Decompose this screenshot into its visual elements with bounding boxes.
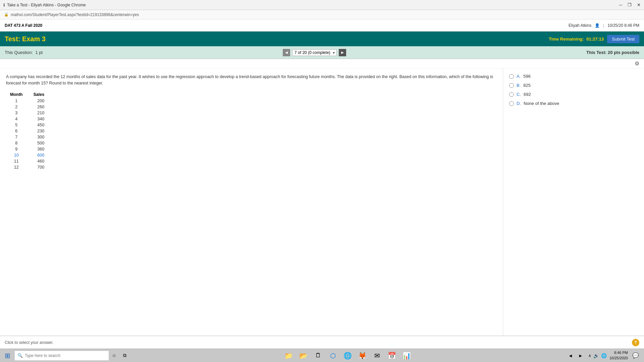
time-remaining-label: Time Remaining: 01:27:13 [549,37,604,42]
ssl-lock-icon: 🔒 [4,12,9,17]
settings-gear-icon[interactable]: ⚙ [635,60,639,67]
test-title-bar: Test: Exam 3 Time Remaining: 01:27:13 Su… [0,32,644,46]
table-row: 3210 [10,110,54,116]
settings-bar: ⚙ [0,59,644,68]
header-separator: | [603,23,604,28]
table-row: 9360 [10,146,54,152]
answer-radio-a[interactable] [509,74,514,79]
header-datetime: 10/25/20 8:46 PM [607,23,639,28]
browser-title-bar: ℹ Take a Test - Eliyah Atkins - Google C… [0,0,644,10]
this-test-label: This Test: 20 pts possible [586,50,639,55]
help-button[interactable]: ? [632,339,639,346]
answer-choice-b[interactable]: B.825 [509,83,638,88]
this-question-value: 1 pt [35,50,43,55]
this-question-label: This Question: [5,50,33,55]
table-row: 6230 [10,128,54,134]
table-header-month: Month [10,92,33,98]
answer-radio-d[interactable] [509,101,514,106]
answer-choice-a[interactable]: A.596 [509,74,638,79]
table-row: 4340 [10,116,54,122]
table-row: 12700 [10,165,54,170]
bottom-bar: Click to select your answer. ? [0,336,644,349]
answer-choice-d[interactable]: D.None of the above [509,101,638,106]
question-panel: A company has recorded the 12 months of … [0,68,503,336]
answers-panel: A.596B.825C.692D.None of the above [503,68,644,336]
user-name: Eliyah Atkins [569,23,591,28]
submit-test-button[interactable]: Submit Test [607,35,639,43]
data-table: Month Sales 1200226032104340545062307300… [9,91,55,171]
browser-title: Take a Test - Eliyah Atkins - Google Chr… [7,3,86,7]
table-row: 5450 [10,122,54,128]
main-content: A company has recorded the 12 months of … [0,68,644,336]
table-row: 11460 [10,159,54,164]
select-answer-hint: Click to select your answer. [5,340,53,345]
table-row: 10600 [10,153,54,158]
browser-tab-icon: ℹ [3,3,5,7]
table-row: 7300 [10,134,54,140]
answer-choice-c[interactable]: C.692 [509,92,638,97]
close-btn[interactable]: ✕ [637,2,641,7]
question-nav-bar: This Question: 1 pt ◄ 7 of 20 (0 complet… [0,46,644,59]
minimize-btn[interactable]: ─ [619,2,622,7]
browser-address-bar: 🔒 mathxl.com/Student/PlayerTest.aspx?tes… [0,10,644,19]
test-title: Test: Exam 3 [5,35,46,43]
question-text: A company has recorded the 12 months of … [6,74,497,86]
question-position-dropdown[interactable]: 7 of 20 (0 complete) [292,49,337,56]
table-row: 1200 [10,98,54,104]
table-row: 8500 [10,140,54,146]
prev-question-button[interactable]: ◄ [283,49,290,56]
restore-btn[interactable]: ❐ [628,2,632,7]
answer-radio-b[interactable] [509,83,514,88]
app-header: DAT 473 A Fall 2020 Eliyah Atkins 👤 | 10… [0,19,644,32]
table-header-sales: Sales [33,92,54,98]
browser-url[interactable]: mathxl.com/Student/PlayerTest.aspx?testI… [11,12,139,17]
user-icon: 👤 [595,23,600,28]
course-label: DAT 473 A Fall 2020 [5,23,42,28]
next-question-button[interactable]: ► [339,49,346,56]
table-row: 2260 [10,104,54,110]
answer-radio-c[interactable] [509,92,514,97]
